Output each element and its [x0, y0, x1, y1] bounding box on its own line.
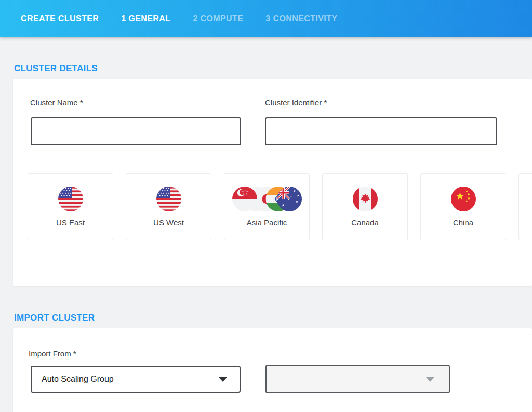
- cluster-name-label: Cluster Name *: [30, 98, 83, 107]
- create-cluster-screen: CREATE CLUSTER 1 GENERAL 2 COMPUTE 3 CON…: [0, 0, 532, 412]
- region-label: US East: [56, 218, 85, 227]
- region-card-asia-pacific[interactable]: Asia Pacific: [224, 173, 310, 240]
- tab-connectivity[interactable]: 3 CONNECTIVITY: [265, 14, 337, 23]
- region-card-canada[interactable]: Canada: [322, 173, 408, 240]
- chevron-down-icon: [219, 377, 227, 382]
- import-source-select[interactable]: [265, 365, 450, 393]
- region-label: Asia Pacific: [247, 218, 287, 227]
- us-flag-icon: [156, 187, 181, 211]
- region-card-us-east[interactable]: US East: [28, 173, 113, 240]
- cluster-identifier-input[interactable]: [265, 117, 497, 145]
- region-card-partial[interactable]: [518, 173, 532, 240]
- region-label: China: [453, 218, 473, 227]
- region-label: Canada: [351, 218, 379, 227]
- tab-compute[interactable]: 2 COMPUTE: [193, 14, 243, 23]
- import-from-select[interactable]: Auto Scaling Group: [31, 366, 241, 393]
- canada-flag-icon: [353, 187, 378, 211]
- china-flag-icon: [451, 187, 476, 211]
- tab-general[interactable]: 1 GENERAL: [121, 14, 170, 23]
- page-title: CREATE CLUSTER: [21, 14, 99, 23]
- region-card-us-west[interactable]: US West: [126, 173, 211, 240]
- region-card-china[interactable]: China: [420, 173, 506, 240]
- region-list: US East US West: [28, 173, 506, 240]
- cluster-identifier-label: Cluster Identifier *: [265, 98, 327, 107]
- asia-pacific-flags-icon: [232, 187, 302, 211]
- us-flag-icon: [58, 187, 83, 211]
- import-cluster-heading: IMPORT CLUSTER: [14, 313, 95, 323]
- cluster-details-card: Cluster Name * Cluster Identifier * US E…: [13, 79, 532, 286]
- import-from-value: Auto Scaling Group: [42, 375, 114, 384]
- wizard-header: CREATE CLUSTER 1 GENERAL 2 COMPUTE 3 CON…: [0, 0, 532, 37]
- import-cluster-card: Import From * Auto Scaling Group: [13, 328, 532, 412]
- import-from-label: Import From *: [29, 349, 76, 358]
- chevron-down-icon: [426, 377, 434, 382]
- region-label: US West: [153, 218, 184, 227]
- cluster-name-input[interactable]: [31, 117, 241, 145]
- cluster-details-heading: CLUSTER DETAILS: [14, 63, 98, 74]
